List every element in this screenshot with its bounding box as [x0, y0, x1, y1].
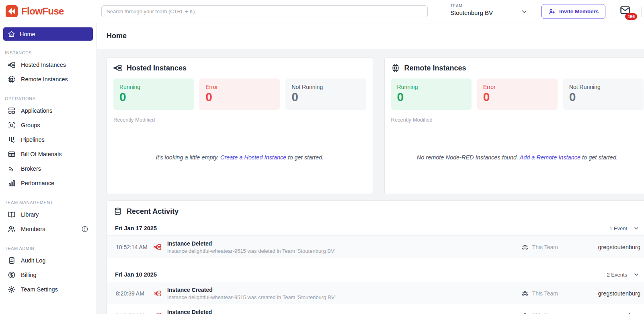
sidebar-item-label: Hosted Instances	[21, 62, 66, 68]
sidebar-item-team-settings[interactable]: Team Settings	[3, 282, 93, 297]
card-title: Remote Instances	[404, 64, 466, 72]
sidebar-item-home[interactable]: Home	[3, 27, 93, 41]
database-icon	[113, 207, 122, 216]
team-icon	[521, 312, 529, 314]
event-description: Instance delightful-wheatear-9515 was cr…	[167, 294, 336, 300]
activity-group: Fri Jan 17 2025 1 Event 10:52:14 AM	[107, 221, 644, 258]
remote-empty-state: No remote Node-RED Instances found. Add …	[391, 127, 644, 188]
chevron-down-icon[interactable]	[521, 8, 528, 17]
card-title: Recent Activity	[127, 207, 178, 216]
dollar-circle-icon	[8, 271, 16, 279]
sidebar-item-label: Team Settings	[21, 286, 58, 293]
activity-event-row[interactable]: 10:52:14 AM Instance Deleted Instance de…	[107, 236, 644, 258]
chevron-down-icon	[633, 225, 640, 231]
instance-event-icon	[154, 312, 162, 314]
users-icon	[8, 225, 16, 233]
stat-label: Running	[119, 84, 188, 90]
search-input[interactable]	[101, 5, 428, 17]
event-count: 2 Events	[607, 272, 627, 278]
sidebar-item-pipelines[interactable]: Pipelines	[3, 132, 93, 147]
stat-value: 0	[397, 90, 466, 104]
event-user: gregstoutenburg	[558, 290, 640, 297]
event-time: 10:52:14 AM	[116, 244, 150, 250]
sidebar-item-billing[interactable]: Billing	[3, 268, 93, 282]
sidebar-item-label: Pipelines	[21, 136, 45, 143]
chip-icon	[391, 64, 400, 72]
sidebar-item-label: Groups	[21, 122, 40, 128]
sidebar-item-hosted-instances[interactable]: Hosted Instances	[3, 58, 93, 72]
sidebar-item-audit-log[interactable]: Audit Log	[3, 253, 93, 268]
event-text: Instance Deleted Instance delightful-whe…	[167, 240, 335, 254]
event-time: 8:20:39 AM	[116, 290, 150, 297]
sidebar-item-brokers[interactable]: Brokers	[3, 161, 93, 176]
sidebar-item-label: Audit Log	[21, 257, 45, 264]
invite-members-label: Invite Members	[559, 8, 599, 14]
content-area: Hosted Instances Running 0 Error 0 Not R…	[97, 49, 644, 314]
flowfuse-logo[interactable]: FlowFuse	[6, 5, 64, 17]
pipelines-icon	[8, 136, 16, 144]
table-icon	[8, 150, 16, 158]
event-user: gregstoutenburg	[558, 244, 640, 250]
error-stat-tile: Error 0	[477, 78, 558, 110]
notifications-button[interactable]: 166	[619, 4, 633, 18]
stat-value: 0	[291, 90, 360, 104]
chevron-down-icon	[633, 271, 640, 278]
brand-name: FlowFuse	[21, 6, 64, 17]
sidebar-item-bill-of-materials[interactable]: Bill Of Materials	[3, 147, 93, 161]
divider	[613, 6, 613, 17]
top-bar: FlowFuse TEAM: Stoutenburg BV Invite Mem…	[0, 0, 644, 23]
stat-value: 0	[119, 90, 188, 104]
stat-label: Running	[397, 84, 466, 90]
page-title: Home	[107, 32, 127, 40]
sidebar-item-applications[interactable]: Applications	[3, 103, 93, 118]
sidebar-section-team-admin: TEAM ADMIN	[3, 246, 93, 251]
activity-group-header: Fri Jan 10 2025 2 Events	[107, 268, 644, 282]
event-title: Instance Deleted	[167, 309, 363, 314]
activity-event-row[interactable]: 8:20:39 AM Instance Created Instance del…	[107, 282, 644, 304]
sidebar-item-members[interactable]: Members	[3, 222, 93, 236]
event-scope: This Team	[521, 244, 558, 251]
groups-icon	[8, 121, 16, 129]
sidebar-item-label: Billing	[21, 272, 37, 278]
event-user: gregstoutenburg	[558, 312, 640, 314]
hosted-empty-state: It's looking a little empty. Create a Ho…	[113, 127, 366, 188]
divider	[641, 6, 642, 17]
stat-value: 0	[483, 90, 552, 104]
activity-event-row[interactable]: 8:19:28 AM Instance Deleted Instance det…	[107, 304, 644, 314]
instance-event-icon	[154, 243, 162, 251]
stat-value: 0	[205, 90, 274, 104]
sidebar-section-instances: INSTANCES	[3, 50, 93, 55]
error-stat-tile: Error 0	[199, 78, 280, 110]
activity-date: Fri Jan 17 2025	[115, 225, 157, 231]
sidebar-item-label: Performance	[21, 180, 54, 186]
home-icon	[8, 30, 15, 38]
sidebar-section-operations: OPERATIONS	[3, 96, 93, 101]
create-hosted-instance-link[interactable]: Create a Hosted Instance	[220, 154, 286, 161]
sidebar-item-remote-instances[interactable]: Remote Instances	[3, 72, 93, 87]
recently-modified-label: Recently Modified	[391, 117, 644, 127]
sidebar-item-library[interactable]: Library	[3, 207, 93, 222]
sidebar-item-label: Bill Of Materials	[21, 151, 62, 157]
flowfuse-logo-icon	[6, 5, 18, 17]
book-icon	[8, 211, 16, 219]
event-count: 1 Event	[609, 225, 627, 231]
stat-label: Error	[205, 84, 274, 90]
stat-label: Not Running	[291, 84, 360, 90]
team-name: Stoutenburg BV	[450, 9, 493, 16]
activity-group: Fri Jan 10 2025 2 Events 8:20:39 AM	[107, 268, 644, 314]
alert-circle-icon	[81, 225, 88, 233]
activity-group-toggle[interactable]: 2 Events	[607, 271, 640, 278]
team-icon	[521, 290, 529, 297]
event-text: Instance Created Instance delightful-whe…	[167, 287, 336, 300]
invite-members-button[interactable]: Invite Members	[541, 4, 605, 19]
page-header: Home	[97, 23, 644, 49]
remote-instances-card: Remote Instances Running 0 Error 0 Not R…	[384, 57, 644, 194]
hosted-instances-icon	[8, 61, 16, 69]
sidebar-item-groups[interactable]: Groups	[3, 118, 93, 132]
activity-group-toggle[interactable]: 1 Event	[609, 225, 640, 231]
recently-modified-label: Recently Modified	[113, 117, 366, 127]
hosted-instances-card: Hosted Instances Running 0 Error 0 Not R…	[107, 57, 373, 194]
sidebar-item-performance[interactable]: Performance	[3, 176, 93, 190]
add-remote-instance-link[interactable]: Add a Remote Instance	[520, 154, 581, 161]
team-selector[interactable]: TEAM: Stoutenburg BV	[450, 4, 493, 16]
